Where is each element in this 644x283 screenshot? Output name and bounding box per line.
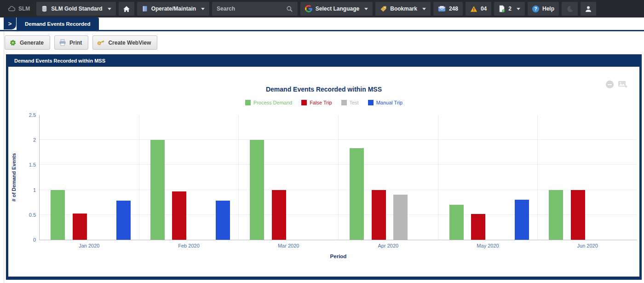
bar-slot — [293, 115, 308, 240]
bar-process-demand-feb-2020 — [150, 140, 165, 240]
bar-slot — [393, 115, 408, 240]
legend-item-manual-trip[interactable]: Manual Trip — [368, 100, 402, 105]
bar-process-demand-jun-2020 — [549, 190, 563, 240]
bar-manual-trip-jan-2020 — [116, 201, 131, 240]
home-button[interactable] — [119, 2, 134, 16]
bar-slot — [571, 115, 585, 240]
bar-slot — [250, 115, 264, 240]
search-input[interactable] — [217, 6, 281, 12]
bar-slot — [272, 115, 286, 240]
mail-count: 248 — [449, 6, 458, 12]
y-tick-label: 1.5 — [18, 162, 36, 167]
cloud-icon — [7, 6, 16, 12]
chart-group-jan-2020: Jan 2020 — [40, 115, 139, 240]
bar-process-demand-mar-2020 — [250, 140, 264, 240]
legend-item-test[interactable]: Test — [341, 100, 359, 105]
theme-toggle[interactable] — [562, 2, 578, 16]
bar-slot — [471, 115, 485, 240]
notebook-icon — [142, 5, 148, 12]
generate-label: Generate — [20, 40, 44, 46]
bookmark-menu[interactable]: Bookmark — [375, 2, 431, 16]
x-tick-label: Jun 2020 — [538, 243, 637, 248]
chart-legend: Process DemandFalse TripTestManual Trip — [8, 100, 639, 105]
zoom-out-icon[interactable] — [606, 81, 614, 88]
y-axis-title: # of Demand Events — [11, 115, 17, 240]
alert-count: 04 — [481, 6, 487, 12]
language-selector[interactable]: Select Language — [300, 2, 373, 16]
x-tick-label: Mar 2020 — [239, 243, 338, 248]
database-icon — [41, 5, 48, 12]
chart-title: Demand Events Recorded within MSS — [8, 86, 639, 93]
report-toolbar: Generate Print Create WebView — [0, 31, 644, 50]
tab-bar: > Demand Events Recorded — [0, 17, 644, 31]
panel-header: Demand Events Recorded within MSS — [6, 54, 642, 67]
bar-slot — [316, 115, 330, 240]
chevron-down-icon — [422, 8, 426, 10]
bar-slot — [216, 115, 230, 240]
bar-false-trip-apr-2020 — [372, 190, 386, 240]
y-tick-label: 1 — [18, 187, 36, 193]
legend-swatch — [301, 100, 307, 105]
chevron-down-icon — [108, 8, 111, 10]
legend-swatch — [245, 100, 251, 105]
bar-slot — [51, 115, 65, 240]
legend-swatch — [341, 100, 347, 105]
bar-slot — [615, 115, 629, 240]
module-selector[interactable]: Operate/Maintain — [137, 2, 209, 16]
legend-label: Process Demand — [253, 100, 292, 105]
chart-group-feb-2020: Feb 2020 — [139, 115, 239, 240]
x-tick-label: Feb 2020 — [139, 243, 239, 248]
y-tick-label: 0 — [18, 237, 36, 243]
moon-icon — [566, 5, 574, 13]
search-box[interactable] — [212, 2, 298, 16]
collapsed-sidebar-edge — [4, 31, 4, 283]
user-menu[interactable] — [581, 2, 596, 16]
print-label: Print — [69, 40, 82, 46]
legend-label: Manual Trip — [376, 100, 402, 105]
tab-demand-events-recorded[interactable]: Demand Events Recorded — [17, 17, 99, 30]
bar-slot — [350, 115, 364, 240]
search-icon[interactable] — [286, 6, 293, 12]
bookmark-label: Bookmark — [390, 6, 417, 12]
x-tick-label: Jan 2020 — [40, 243, 139, 248]
bar-false-trip-mar-2020 — [272, 190, 286, 240]
database-selector-label: SLM Gold Standard — [51, 6, 102, 12]
panel-title: Demand Events Recorded within MSS — [14, 58, 105, 64]
bar-slot — [73, 115, 87, 240]
bar-process-demand-jan-2020 — [51, 190, 65, 240]
generate-gear-icon — [9, 39, 17, 46]
module-selector-label: Operate/Maintain — [151, 6, 196, 12]
bar-false-trip-jan-2020 — [73, 214, 87, 240]
printer-icon — [59, 39, 66, 46]
bar-manual-trip-feb-2020 — [216, 201, 230, 240]
legend-item-false-trip[interactable]: False Trip — [301, 100, 332, 105]
chart-plot: # of Demand Events Period 00.511.522.5Ja… — [39, 115, 637, 240]
x-axis-title: Period — [40, 254, 637, 259]
x-tick-label: May 2020 — [438, 243, 538, 248]
chevron-down-icon — [364, 8, 368, 10]
generate-button[interactable]: Generate — [5, 35, 50, 50]
bar-slot — [194, 115, 208, 240]
create-webview-label: Create WebView — [108, 40, 151, 46]
bar-slot — [172, 115, 186, 240]
bar-slot — [449, 115, 464, 240]
new-document-icon — [499, 5, 505, 12]
bar-slot — [116, 115, 131, 240]
print-button[interactable]: Print — [54, 35, 88, 50]
messages-button[interactable]: 248 — [433, 2, 463, 16]
help-button[interactable]: ? Help — [528, 2, 559, 16]
export-image-icon[interactable] — [618, 81, 627, 88]
help-label: Help — [542, 6, 554, 12]
chevron-down-icon — [201, 8, 205, 10]
create-webview-button[interactable]: Create WebView — [92, 35, 157, 50]
database-selector[interactable]: SLM Gold Standard — [36, 2, 115, 16]
bar-false-trip-jun-2020 — [571, 190, 585, 240]
sidebar-expand-button[interactable]: > — [4, 17, 16, 29]
alerts-button[interactable]: 04 — [466, 2, 491, 16]
bar-slot — [372, 115, 386, 240]
legend-item-process-demand[interactable]: Process Demand — [245, 100, 292, 105]
y-tick-label: 0.5 — [18, 212, 36, 218]
chart-group-mar-2020: Mar 2020 — [238, 115, 338, 240]
documents-menu[interactable]: 2 — [494, 2, 525, 16]
chart-group-jun-2020: Jun 2020 — [537, 115, 637, 240]
